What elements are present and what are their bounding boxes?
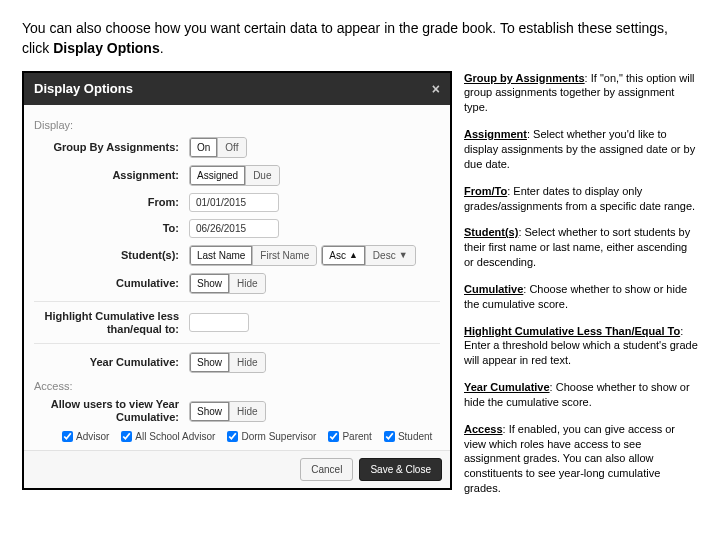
cumulative-hide[interactable]: Hide <box>229 273 266 294</box>
chk-all-school-advisor[interactable]: All School Advisor <box>121 431 215 442</box>
students-order-toggle[interactable]: Asc▲ Desc▼ <box>321 245 415 266</box>
year-cumulative-label: Year Cumulative: <box>34 356 189 368</box>
group-by-toggle[interactable]: On Off <box>189 137 247 158</box>
dialog-header: Display Options × <box>24 73 450 105</box>
from-label: From: <box>34 196 189 208</box>
cumulative-label: Cumulative: <box>34 277 189 289</box>
save-close-button[interactable]: Save & Close <box>359 458 442 481</box>
students-last[interactable]: Last Name <box>189 245 253 266</box>
chk-advisor[interactable]: Advisor <box>62 431 109 442</box>
to-label: To: <box>34 222 189 234</box>
group-by-on[interactable]: On <box>189 137 218 158</box>
allow-hide[interactable]: Hide <box>229 401 266 422</box>
arrow-up-icon: ▲ <box>349 251 358 260</box>
display-section-label: Display: <box>34 119 440 131</box>
highlight-label: Highlight Cumulative less than/equal to: <box>34 310 189 336</box>
students-label: Student(s): <box>34 249 189 261</box>
year-cumulative-toggle[interactable]: Show Hide <box>189 352 266 373</box>
cumulative-toggle[interactable]: Show Hide <box>189 273 266 294</box>
allow-show[interactable]: Show <box>189 401 230 422</box>
assignment-toggle[interactable]: Assigned Due <box>189 165 280 186</box>
close-icon[interactable]: × <box>432 81 440 97</box>
students-asc[interactable]: Asc▲ <box>321 245 366 266</box>
group-by-label: Group By Assignments: <box>34 141 189 153</box>
to-input[interactable] <box>189 219 279 238</box>
cancel-button[interactable]: Cancel <box>300 458 353 481</box>
side-descriptions: Group by Assignments: If "on," this opti… <box>464 71 698 508</box>
students-first[interactable]: First Name <box>252 245 317 266</box>
assignment-label: Assignment: <box>34 169 189 181</box>
from-input[interactable] <box>189 193 279 212</box>
highlight-input[interactable] <box>189 313 249 332</box>
allow-view-label: Allow users to view Year Cumulative: <box>34 398 189 424</box>
chk-dorm-supervisor[interactable]: Dorm Supervisor <box>227 431 316 442</box>
access-section-label: Access: <box>34 380 440 392</box>
students-name-toggle[interactable]: Last Name First Name <box>189 245 317 266</box>
group-by-off[interactable]: Off <box>217 137 246 158</box>
cumulative-show[interactable]: Show <box>189 273 230 294</box>
year-hide[interactable]: Hide <box>229 352 266 373</box>
students-desc[interactable]: Desc▼ <box>365 245 416 266</box>
assignment-due[interactable]: Due <box>245 165 279 186</box>
display-options-dialog: Display Options × Display: Group By Assi… <box>22 71 452 491</box>
dialog-title: Display Options <box>34 81 133 96</box>
intro-text: You can also choose how you want certain… <box>22 18 698 59</box>
year-show[interactable]: Show <box>189 352 230 373</box>
assignment-assigned[interactable]: Assigned <box>189 165 246 186</box>
arrow-down-icon: ▼ <box>399 251 408 260</box>
chk-student[interactable]: Student <box>384 431 432 442</box>
chk-parent[interactable]: Parent <box>328 431 371 442</box>
allow-view-toggle[interactable]: Show Hide <box>189 401 266 422</box>
